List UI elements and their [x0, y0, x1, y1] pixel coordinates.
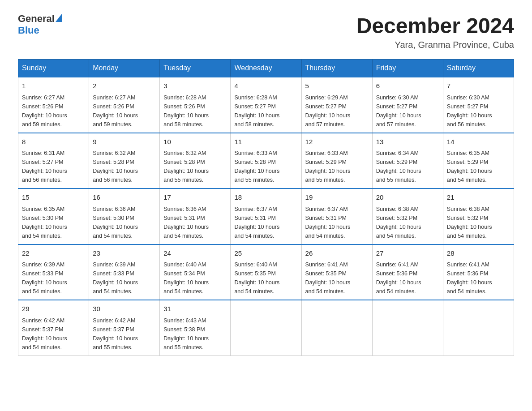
month-title: December 2024	[356, 13, 514, 38]
day-number: 20	[376, 193, 439, 203]
calendar-cell: 29 Sunrise: 6:42 AMSunset: 5:37 PMDaylig…	[18, 300, 89, 355]
calendar-week-row: 1 Sunrise: 6:27 AMSunset: 5:26 PMDayligh…	[18, 77, 514, 133]
day-info: Sunrise: 6:38 AMSunset: 5:32 PMDaylight:…	[376, 206, 421, 239]
day-info: Sunrise: 6:33 AMSunset: 5:28 PMDaylight:…	[234, 150, 279, 183]
logo: General Blue	[18, 13, 62, 36]
day-number: 12	[305, 137, 369, 147]
calendar-cell: 28 Sunrise: 6:41 AMSunset: 5:36 PMDaylig…	[443, 244, 514, 300]
day-number: 14	[447, 137, 510, 147]
calendar-week-row: 15 Sunrise: 6:35 AMSunset: 5:30 PMDaylig…	[18, 188, 514, 244]
day-info: Sunrise: 6:37 AMSunset: 5:31 PMDaylight:…	[234, 206, 279, 239]
calendar-cell: 31 Sunrise: 6:43 AMSunset: 5:38 PMDaylig…	[160, 300, 231, 355]
day-info: Sunrise: 6:42 AMSunset: 5:37 PMDaylight:…	[22, 317, 67, 351]
day-number: 28	[447, 248, 510, 259]
calendar-cell: 3 Sunrise: 6:28 AMSunset: 5:26 PMDayligh…	[160, 77, 231, 133]
day-info: Sunrise: 6:27 AMSunset: 5:26 PMDaylight:…	[93, 94, 138, 128]
calendar-cell: 30 Sunrise: 6:42 AMSunset: 5:37 PMDaylig…	[89, 300, 160, 355]
day-info: Sunrise: 6:28 AMSunset: 5:27 PMDaylight:…	[234, 94, 279, 128]
day-number: 27	[376, 248, 439, 259]
day-info: Sunrise: 6:27 AMSunset: 5:26 PMDaylight:…	[22, 94, 67, 128]
calendar-cell: 11 Sunrise: 6:33 AMSunset: 5:28 PMDaylig…	[231, 133, 301, 189]
calendar-table: SundayMondayTuesdayWednesdayThursdayFrid…	[18, 59, 514, 356]
day-info: Sunrise: 6:41 AMSunset: 5:36 PMDaylight:…	[447, 261, 492, 295]
header-wednesday: Wednesday	[231, 60, 301, 77]
day-info: Sunrise: 6:28 AMSunset: 5:26 PMDaylight:…	[163, 94, 209, 128]
calendar-cell: 13 Sunrise: 6:34 AMSunset: 5:29 PMDaylig…	[372, 133, 443, 189]
calendar-cell: 4 Sunrise: 6:28 AMSunset: 5:27 PMDayligh…	[231, 77, 301, 133]
calendar-header-row: SundayMondayTuesdayWednesdayThursdayFrid…	[18, 60, 514, 77]
day-number: 7	[447, 81, 510, 91]
calendar-week-row: 8 Sunrise: 6:31 AMSunset: 5:27 PMDayligh…	[18, 133, 514, 189]
day-info: Sunrise: 6:29 AMSunset: 5:27 PMDaylight:…	[305, 94, 351, 128]
day-number: 19	[305, 193, 369, 203]
day-info: Sunrise: 6:38 AMSunset: 5:32 PMDaylight:…	[447, 206, 492, 239]
day-info: Sunrise: 6:41 AMSunset: 5:36 PMDaylight:…	[376, 261, 421, 295]
day-info: Sunrise: 6:30 AMSunset: 5:27 PMDaylight:…	[447, 94, 492, 128]
day-info: Sunrise: 6:35 AMSunset: 5:30 PMDaylight:…	[22, 206, 67, 239]
calendar-cell: 21 Sunrise: 6:38 AMSunset: 5:32 PMDaylig…	[443, 188, 514, 244]
logo-text: General Blue	[18, 13, 62, 36]
day-number: 18	[234, 193, 297, 203]
day-info: Sunrise: 6:36 AMSunset: 5:31 PMDaylight:…	[163, 206, 209, 239]
calendar-cell: 23 Sunrise: 6:39 AMSunset: 5:33 PMDaylig…	[89, 244, 160, 300]
day-number: 11	[234, 137, 297, 147]
header-tuesday: Tuesday	[160, 60, 231, 77]
calendar-week-row: 29 Sunrise: 6:42 AMSunset: 5:37 PMDaylig…	[18, 300, 514, 355]
calendar-cell	[372, 300, 443, 355]
calendar-cell: 22 Sunrise: 6:39 AMSunset: 5:33 PMDaylig…	[18, 244, 89, 300]
day-info: Sunrise: 6:39 AMSunset: 5:33 PMDaylight:…	[22, 261, 67, 295]
calendar-cell: 6 Sunrise: 6:30 AMSunset: 5:27 PMDayligh…	[372, 77, 443, 133]
day-info: Sunrise: 6:34 AMSunset: 5:29 PMDaylight:…	[376, 150, 421, 183]
day-info: Sunrise: 6:37 AMSunset: 5:31 PMDaylight:…	[305, 206, 351, 239]
day-info: Sunrise: 6:42 AMSunset: 5:37 PMDaylight:…	[93, 317, 138, 351]
calendar-cell: 17 Sunrise: 6:36 AMSunset: 5:31 PMDaylig…	[160, 188, 231, 244]
calendar-cell: 25 Sunrise: 6:40 AMSunset: 5:35 PMDaylig…	[231, 244, 301, 300]
day-info: Sunrise: 6:40 AMSunset: 5:34 PMDaylight:…	[163, 261, 209, 295]
day-info: Sunrise: 6:31 AMSunset: 5:27 PMDaylight:…	[22, 150, 67, 183]
header-friday: Friday	[372, 60, 443, 77]
day-number: 15	[22, 193, 85, 203]
calendar-cell: 26 Sunrise: 6:41 AMSunset: 5:35 PMDaylig…	[301, 244, 372, 300]
day-info: Sunrise: 6:36 AMSunset: 5:30 PMDaylight:…	[93, 206, 138, 239]
location-title: Yara, Granma Province, Cuba	[356, 40, 514, 50]
day-info: Sunrise: 6:30 AMSunset: 5:27 PMDaylight:…	[376, 94, 421, 128]
calendar-cell: 20 Sunrise: 6:38 AMSunset: 5:32 PMDaylig…	[372, 188, 443, 244]
calendar-cell: 16 Sunrise: 6:36 AMSunset: 5:30 PMDaylig…	[89, 188, 160, 244]
calendar-week-row: 22 Sunrise: 6:39 AMSunset: 5:33 PMDaylig…	[18, 244, 514, 300]
day-number: 29	[22, 304, 85, 314]
calendar-cell: 14 Sunrise: 6:35 AMSunset: 5:29 PMDaylig…	[443, 133, 514, 189]
day-number: 21	[447, 193, 510, 203]
calendar-cell: 2 Sunrise: 6:27 AMSunset: 5:26 PMDayligh…	[89, 77, 160, 133]
day-number: 5	[305, 81, 369, 91]
logo-triangle-icon	[56, 14, 62, 22]
day-number: 1	[22, 81, 85, 91]
header-monday: Monday	[89, 60, 160, 77]
day-number: 9	[93, 137, 156, 147]
calendar-cell: 12 Sunrise: 6:33 AMSunset: 5:29 PMDaylig…	[301, 133, 372, 189]
day-info: Sunrise: 6:35 AMSunset: 5:29 PMDaylight:…	[447, 150, 492, 183]
calendar-cell	[301, 300, 372, 355]
calendar-cell: 1 Sunrise: 6:27 AMSunset: 5:26 PMDayligh…	[18, 77, 89, 133]
day-info: Sunrise: 6:40 AMSunset: 5:35 PMDaylight:…	[234, 261, 279, 295]
day-info: Sunrise: 6:41 AMSunset: 5:35 PMDaylight:…	[305, 261, 351, 295]
day-number: 22	[22, 248, 85, 259]
day-number: 13	[376, 137, 439, 147]
calendar-cell: 24 Sunrise: 6:40 AMSunset: 5:34 PMDaylig…	[160, 244, 231, 300]
day-number: 4	[234, 81, 297, 91]
day-number: 25	[234, 248, 297, 259]
header-saturday: Saturday	[443, 60, 514, 77]
header-sunday: Sunday	[18, 60, 89, 77]
calendar-cell	[443, 300, 514, 355]
day-info: Sunrise: 6:32 AMSunset: 5:28 PMDaylight:…	[93, 150, 138, 183]
day-number: 10	[163, 137, 227, 147]
day-number: 31	[163, 304, 227, 314]
header-thursday: Thursday	[301, 60, 372, 77]
day-number: 23	[93, 248, 156, 259]
title-block: December 2024 Yara, Granma Province, Cub…	[356, 13, 514, 50]
day-info: Sunrise: 6:43 AMSunset: 5:38 PMDaylight:…	[163, 317, 209, 351]
day-info: Sunrise: 6:33 AMSunset: 5:29 PMDaylight:…	[305, 150, 351, 183]
calendar-cell	[231, 300, 301, 355]
day-info: Sunrise: 6:32 AMSunset: 5:28 PMDaylight:…	[163, 150, 209, 183]
day-info: Sunrise: 6:39 AMSunset: 5:33 PMDaylight:…	[93, 261, 138, 295]
calendar-cell: 7 Sunrise: 6:30 AMSunset: 5:27 PMDayligh…	[443, 77, 514, 133]
